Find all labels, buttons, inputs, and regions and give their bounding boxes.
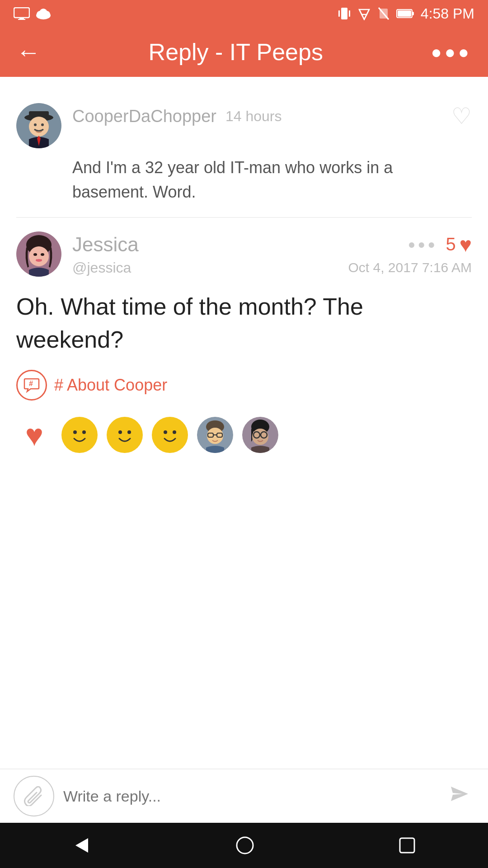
jessica-actions: ●●● 5 ♥ bbox=[408, 232, 472, 257]
svg-point-41 bbox=[173, 430, 176, 434]
page-title: Reply - IT Peeps bbox=[41, 38, 431, 66]
svg-rect-9 bbox=[349, 10, 350, 17]
svg-point-30 bbox=[41, 253, 44, 256]
avatar-cooper-img bbox=[16, 103, 61, 148]
jessica-meta: Jessica ●●● 5 ♥ @jessica Oct 4, 2017 7:1… bbox=[72, 232, 472, 276]
smiley-icon-2 bbox=[111, 421, 138, 448]
svg-marker-54 bbox=[75, 838, 88, 853]
svg-rect-56 bbox=[400, 838, 414, 853]
svg-text:#: # bbox=[29, 380, 33, 387]
hashtag-bubble-icon: # bbox=[16, 370, 47, 401]
svg-point-29 bbox=[33, 253, 37, 256]
svg-point-33 bbox=[67, 422, 92, 448]
status-right-icons: 4:58 PM bbox=[338, 5, 474, 22]
svg-point-55 bbox=[237, 837, 253, 854]
reaction-user-2-icon bbox=[242, 417, 278, 453]
hashtag-row[interactable]: # # About Cooper bbox=[16, 370, 472, 401]
reaction-emoji-1[interactable] bbox=[61, 417, 98, 453]
reaction-emoji-2[interactable] bbox=[107, 417, 143, 453]
jessica-like-number: 5 bbox=[446, 234, 455, 255]
svg-point-36 bbox=[112, 422, 137, 448]
cooper-username: CooperDaChopper bbox=[72, 107, 216, 126]
svg-point-35 bbox=[82, 430, 86, 434]
post-cooper: CooperDaChopper 14 hours ♡ And I'm a 32 … bbox=[0, 90, 488, 217]
cloud-icon bbox=[34, 7, 52, 20]
reaction-emoji-3[interactable] bbox=[152, 417, 188, 453]
svg-point-24 bbox=[41, 123, 44, 126]
svg-point-31 bbox=[36, 259, 42, 262]
smiley-icon-1 bbox=[66, 421, 93, 448]
back-triangle-icon bbox=[72, 835, 92, 855]
battery-icon bbox=[396, 8, 414, 19]
reply-bar bbox=[0, 769, 488, 823]
avatar-jessica bbox=[16, 231, 61, 277]
jessica-more-button[interactable]: ●●● bbox=[408, 237, 438, 252]
recents-square-icon bbox=[398, 836, 416, 854]
svg-point-6 bbox=[39, 9, 47, 17]
attach-button[interactable] bbox=[14, 776, 54, 816]
jessica-heart-icon: ♥ bbox=[460, 232, 472, 257]
status-bar: 4:58 PM bbox=[0, 0, 488, 27]
reaction-heart[interactable]: ♥ bbox=[16, 417, 52, 453]
reaction-avatar-2[interactable] bbox=[242, 417, 278, 453]
post-cooper-meta: CooperDaChopper 14 hours ♡ bbox=[72, 103, 472, 129]
hashtag-text: # About Cooper bbox=[54, 376, 167, 395]
nav-recents-button[interactable] bbox=[398, 836, 416, 854]
cooper-like-button[interactable]: ♡ bbox=[451, 103, 472, 129]
send-button[interactable] bbox=[448, 783, 470, 809]
svg-point-39 bbox=[157, 422, 183, 448]
svg-point-28 bbox=[29, 246, 49, 266]
reaction-avatar-1[interactable] bbox=[197, 417, 233, 453]
svg-rect-17 bbox=[412, 12, 414, 15]
smiley-icon-3 bbox=[156, 421, 183, 448]
nav-home-button[interactable] bbox=[235, 835, 255, 855]
heart-reaction-icon: ♥ bbox=[25, 417, 43, 453]
reactions-row: ♥ bbox=[16, 417, 472, 453]
nav-back-button[interactable] bbox=[72, 835, 92, 855]
cooper-time: 14 hours bbox=[225, 108, 282, 125]
jessica-username: Jessica bbox=[72, 233, 139, 256]
svg-point-40 bbox=[164, 430, 167, 434]
avatar-cooper bbox=[16, 103, 61, 148]
svg-point-37 bbox=[118, 430, 122, 434]
hashtag-chat-icon: # bbox=[23, 377, 40, 393]
vibrate-icon bbox=[338, 6, 351, 21]
send-icon bbox=[448, 783, 470, 805]
jessica-post-body: Oh. What time of the month? The weekend? bbox=[16, 290, 472, 356]
nav-bar: ← Reply - IT Peeps ●●● bbox=[0, 27, 488, 77]
flag-icon bbox=[377, 7, 390, 20]
svg-rect-2 bbox=[18, 19, 25, 20]
more-options-button[interactable]: ●●● bbox=[431, 42, 472, 62]
post-jessica: Jessica ●●● 5 ♥ @jessica Oct 4, 2017 7:1… bbox=[0, 218, 488, 467]
paperclip-icon bbox=[24, 786, 44, 806]
reply-input[interactable] bbox=[63, 788, 439, 805]
bottom-nav bbox=[0, 823, 488, 868]
svg-point-23 bbox=[34, 123, 37, 126]
home-circle-icon bbox=[235, 835, 255, 855]
jessica-date: Oct 4, 2017 7:16 AM bbox=[348, 260, 472, 275]
svg-point-38 bbox=[127, 430, 131, 434]
svg-rect-0 bbox=[14, 8, 29, 18]
svg-rect-18 bbox=[398, 10, 411, 17]
status-left-icons bbox=[14, 7, 52, 20]
reaction-user-1-icon bbox=[197, 417, 233, 453]
back-button[interactable]: ← bbox=[16, 40, 41, 64]
avatar-jessica-img bbox=[16, 231, 61, 277]
svg-point-34 bbox=[73, 430, 77, 434]
svg-rect-7 bbox=[341, 8, 347, 19]
content-area: CooperDaChopper 14 hours ♡ And I'm a 32 … bbox=[0, 77, 488, 769]
jessica-handle: @jessica bbox=[72, 259, 131, 276]
time-display: 4:58 PM bbox=[421, 5, 474, 22]
jessica-like-count[interactable]: 5 ♥ bbox=[446, 232, 472, 257]
signal-icon bbox=[357, 7, 371, 20]
screen-icon bbox=[14, 7, 30, 20]
svg-point-22 bbox=[29, 117, 49, 137]
cooper-post-body: And I'm a 32 year old IT-man who works i… bbox=[16, 156, 472, 204]
svg-rect-8 bbox=[338, 10, 340, 17]
